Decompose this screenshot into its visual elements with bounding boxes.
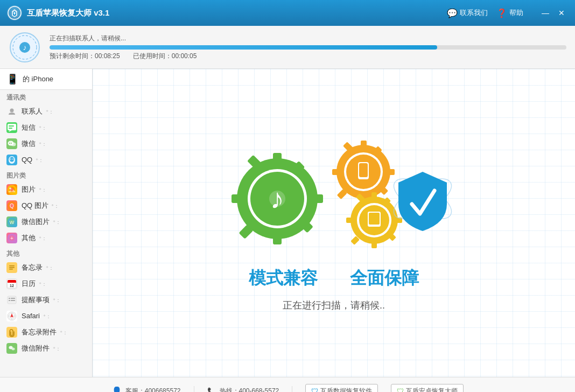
category-photos: 图片类 bbox=[0, 168, 92, 181]
sidebar-item-photos[interactable]: 图片 ⁺： bbox=[0, 181, 92, 198]
sidebar-item-contacts[interactable]: 联系人 ⁺： bbox=[0, 103, 92, 120]
wechat-attach-icon bbox=[6, 343, 17, 354]
illustration: ♪ bbox=[213, 134, 455, 258]
window-controls: — ✕ bbox=[538, 8, 569, 18]
content-area: ♪ bbox=[93, 69, 575, 377]
footer-divider-2 bbox=[292, 386, 292, 393]
wechat-photos-icon: W bbox=[6, 216, 17, 227]
calendar-label: 日历 ⁺： bbox=[22, 279, 47, 289]
svg-rect-38 bbox=[11, 300, 15, 301]
sidebar-item-notes[interactable]: 备忘录 ⁺： bbox=[0, 260, 92, 276]
photos-label: 图片 ⁺： bbox=[22, 185, 47, 194]
sidebar-item-memo-attachments[interactable]: 备忘录附件 ⁺： bbox=[0, 324, 92, 340]
footer-divider-1 bbox=[194, 386, 194, 393]
sidebar-item-calendar[interactable]: 12 日历 ⁺： bbox=[0, 276, 92, 292]
sidebar-item-qq-photos[interactable]: Q QQ 图片 ⁺： bbox=[0, 198, 92, 214]
tagline-1: 模式兼容 bbox=[249, 267, 318, 290]
svg-point-17 bbox=[12, 159, 13, 160]
product2-button[interactable]: 🛡 互盾安卓恢复大师 bbox=[391, 384, 464, 392]
svg-rect-88 bbox=[372, 226, 376, 227]
sms-icon bbox=[6, 122, 17, 133]
sidebar-item-sms[interactable]: 短信 ⁺： bbox=[0, 120, 92, 136]
hotline-icon: 📞 bbox=[207, 387, 216, 393]
svg-rect-7 bbox=[8, 124, 16, 130]
minimize-button[interactable]: — bbox=[538, 8, 552, 18]
phone-icon: 📱 bbox=[6, 73, 18, 85]
scan-info: 正在扫描联系人，请稍候... 预计剩余时间：00:08:25 已使用时间：00:… bbox=[50, 34, 566, 61]
reminders-label: 提醒事项 ⁺： bbox=[22, 295, 61, 305]
product1-icon: 🛡 bbox=[311, 387, 318, 392]
qq-label: QQ ⁺： bbox=[22, 156, 44, 164]
svg-point-60 bbox=[269, 191, 285, 207]
other-label: 其他 ⁺： bbox=[22, 233, 47, 243]
title-actions: 💬 联系我们 ❓ 帮助 — ✕ bbox=[447, 8, 569, 18]
device-logo-icon: ♪ bbox=[9, 32, 40, 63]
other-icon: + bbox=[6, 233, 17, 243]
svg-point-12 bbox=[9, 143, 10, 144]
contacts-icon bbox=[6, 106, 17, 117]
wechat-icon bbox=[6, 138, 17, 149]
footer-bar: 👤 客服：4006685572 📞 热线：400-668-5572 🛡 互盾数据… bbox=[0, 377, 575, 392]
qq-photos-label: QQ 图片 ⁺： bbox=[22, 201, 59, 211]
progress-times: 预计剩余时间：00:08:25 已使用时间：00:00:05 bbox=[50, 52, 566, 61]
used-time: 已使用时间：00:00:05 bbox=[133, 52, 197, 61]
progress-bar-fill bbox=[50, 45, 437, 50]
app-title: 互盾苹果恢复大师 v3.1 bbox=[27, 8, 447, 18]
svg-text:W: W bbox=[10, 220, 15, 225]
safari-icon bbox=[6, 311, 17, 321]
svg-text:+: + bbox=[10, 235, 13, 241]
product1-button[interactable]: 🛡 互盾数据恢复软件 bbox=[305, 384, 378, 392]
footer-hotline: 📞 热线：400-668-5572 bbox=[207, 387, 279, 392]
close-button[interactable]: ✕ bbox=[555, 8, 569, 18]
sidebar-item-reminders[interactable]: 提醒事项 ⁺： bbox=[0, 292, 92, 308]
wechat-attach-label: 微信附件 ⁺： bbox=[22, 344, 61, 353]
svg-rect-27 bbox=[9, 265, 15, 267]
svg-rect-87 bbox=[369, 213, 380, 225]
svg-point-13 bbox=[11, 143, 12, 144]
sidebar-item-wechat-photos[interactable]: W 微信图片 ⁺： bbox=[0, 214, 92, 230]
sidebar: 📱 的 iPhone 通讯类 联系人 ⁺： 短信 ⁺： 微信 ⁺： bbox=[0, 69, 93, 377]
main-layout: 📱 的 iPhone 通讯类 联系人 ⁺： 短信 ⁺： 微信 ⁺： bbox=[0, 69, 575, 377]
calendar-icon: 12 bbox=[6, 278, 17, 289]
scan-status-text: 正在扫描联系人，请稍候... bbox=[50, 34, 566, 43]
sidebar-item-other[interactable]: + 其他 ⁺： bbox=[0, 230, 92, 246]
help-icon: ❓ bbox=[496, 8, 507, 18]
sidebar-item-safari[interactable]: Safari ⁺： bbox=[0, 308, 92, 324]
hotline-text: 热线：400-668-5572 bbox=[220, 387, 279, 392]
svg-rect-35 bbox=[9, 298, 10, 299]
category-communication: 通讯类 bbox=[0, 90, 92, 103]
remaining-time: 预计剩余时间：00:08:25 bbox=[50, 52, 120, 61]
svg-rect-74 bbox=[361, 178, 366, 179]
app-logo-icon bbox=[6, 5, 23, 21]
device-logo: ♪ bbox=[9, 31, 41, 64]
svg-text:12: 12 bbox=[10, 284, 14, 288]
contact-us-button[interactable]: 💬 联系我们 bbox=[447, 8, 488, 18]
svg-point-19 bbox=[9, 187, 11, 190]
sidebar-item-qq[interactable]: QQ ⁺： bbox=[0, 152, 92, 168]
sidebar-item-wechat-attachments[interactable]: 微信附件 ⁺： bbox=[0, 340, 92, 356]
content-inner: ♪ bbox=[213, 134, 455, 312]
photos-icon bbox=[6, 184, 17, 195]
svg-text:Q: Q bbox=[10, 203, 14, 209]
sidebar-item-wechat[interactable]: 微信 ⁺： bbox=[0, 136, 92, 152]
wechat-photos-label: 微信图片 ⁺： bbox=[22, 217, 61, 227]
svg-point-18 bbox=[8, 185, 16, 194]
safari-label: Safari ⁺： bbox=[22, 312, 51, 320]
product1-text: 互盾数据恢复软件 bbox=[320, 387, 372, 392]
svg-point-6 bbox=[10, 109, 14, 113]
footer-customer-service: 👤 客服：4006685572 bbox=[111, 386, 181, 392]
customer-service-icon: 👤 bbox=[111, 386, 122, 392]
device-item[interactable]: 📱 的 iPhone bbox=[0, 69, 92, 90]
notes-icon bbox=[6, 262, 17, 273]
svg-rect-32 bbox=[8, 282, 16, 283]
chat-icon: 💬 bbox=[447, 8, 458, 18]
svg-rect-9 bbox=[9, 128, 12, 129]
tagline: 模式兼容 全面保障 bbox=[249, 267, 419, 290]
sms-label: 短信 ⁺： bbox=[22, 123, 47, 132]
svg-point-16 bbox=[10, 159, 11, 160]
help-button[interactable]: ❓ 帮助 bbox=[496, 8, 523, 18]
product2-icon: 🛡 bbox=[397, 387, 404, 392]
svg-rect-28 bbox=[9, 267, 15, 268]
contacts-label: 联系人 ⁺： bbox=[22, 107, 54, 116]
progress-bar-track bbox=[50, 45, 566, 50]
